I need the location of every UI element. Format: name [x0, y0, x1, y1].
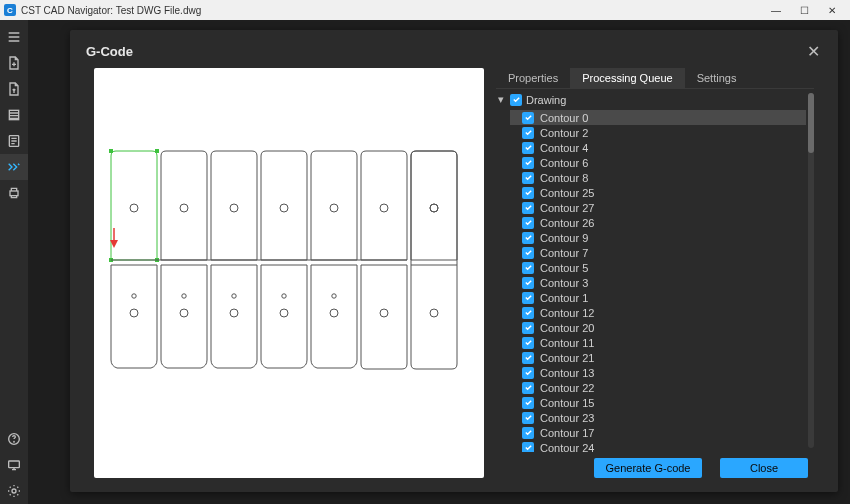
- checkbox[interactable]: [522, 427, 534, 439]
- properties-icon[interactable]: [0, 128, 28, 154]
- tree-item-label: Contour 23: [540, 412, 594, 424]
- print-icon[interactable]: [0, 180, 28, 206]
- checkbox[interactable]: [522, 322, 534, 334]
- right-pane: PropertiesProcessing QueueSettings ▾ Dra…: [496, 68, 814, 478]
- tree-item-label: Contour 3: [540, 277, 588, 289]
- new-file-icon[interactable]: [0, 50, 28, 76]
- checkbox[interactable]: [522, 187, 534, 199]
- tree-item[interactable]: Contour 7: [510, 245, 806, 260]
- svg-point-4: [14, 441, 15, 442]
- tree-item[interactable]: Contour 15: [510, 395, 806, 410]
- tree-item[interactable]: Contour 1: [510, 290, 806, 305]
- svg-point-15: [330, 204, 338, 212]
- checkbox[interactable]: [522, 262, 534, 274]
- checkbox[interactable]: [522, 307, 534, 319]
- checkbox[interactable]: [522, 202, 534, 214]
- window-minimize-button[interactable]: —: [762, 1, 790, 19]
- svg-point-13: [230, 204, 238, 212]
- checkbox[interactable]: [522, 412, 534, 424]
- tree-item-label: Contour 0: [540, 112, 588, 124]
- tree-item[interactable]: Contour 23: [510, 410, 806, 425]
- drawing-canvas: [94, 68, 484, 478]
- tree-item-label: Contour 24: [540, 442, 594, 453]
- checkbox[interactable]: [522, 172, 534, 184]
- tree-item[interactable]: Contour 6: [510, 155, 806, 170]
- tree-item[interactable]: Contour 5: [510, 260, 806, 275]
- window-titlebar: C CST CAD Navigator: Test DWG File.dwg —…: [0, 0, 850, 20]
- tree-item[interactable]: Contour 21: [510, 350, 806, 365]
- tree-item-label: Contour 12: [540, 307, 594, 319]
- checkbox[interactable]: [522, 112, 534, 124]
- tree-item-label: Contour 1: [540, 292, 588, 304]
- tree-item[interactable]: Contour 2: [510, 125, 806, 140]
- window-title: CST CAD Navigator: Test DWG File.dwg: [21, 5, 762, 16]
- tree-item[interactable]: Contour 26: [510, 215, 806, 230]
- tree-item[interactable]: Contour 25: [510, 185, 806, 200]
- checkbox[interactable]: [522, 442, 534, 453]
- checkbox[interactable]: [522, 217, 534, 229]
- tree-item[interactable]: Contour 0: [510, 110, 806, 125]
- checkbox[interactable]: [522, 352, 534, 364]
- dialog-footer: Generate G-code Close: [496, 452, 814, 478]
- open-file-icon[interactable]: [0, 76, 28, 102]
- checkbox[interactable]: [522, 277, 534, 289]
- tree-item-label: Contour 26: [540, 217, 594, 229]
- window-close-button[interactable]: ✕: [818, 1, 846, 19]
- dialog-tabs: PropertiesProcessing QueueSettings: [496, 68, 814, 89]
- checkbox[interactable]: [522, 127, 534, 139]
- checkbox[interactable]: [522, 367, 534, 379]
- checkbox[interactable]: [522, 337, 534, 349]
- tab-processing-queue[interactable]: Processing Queue: [570, 68, 685, 88]
- svg-point-20: [132, 294, 136, 298]
- checkbox[interactable]: [522, 397, 534, 409]
- monitor-icon[interactable]: [0, 452, 28, 478]
- checkbox[interactable]: [510, 94, 522, 106]
- tree-item-label: Contour 27: [540, 202, 594, 214]
- tree-item[interactable]: Contour 9: [510, 230, 806, 245]
- tree-item[interactable]: Contour 17: [510, 425, 806, 440]
- help-icon[interactable]: [0, 426, 28, 452]
- scrollbar[interactable]: [808, 93, 814, 448]
- checkbox[interactable]: [522, 232, 534, 244]
- tree-item-label: Contour 2: [540, 127, 588, 139]
- tree-item-label: Contour 8: [540, 172, 588, 184]
- dialog-title: G-Code: [86, 44, 804, 59]
- scrollbar-thumb[interactable]: [808, 93, 814, 153]
- tree-item-label: Contour 17: [540, 427, 594, 439]
- svg-point-30: [380, 309, 388, 317]
- tree-list: Contour 0Contour 2Contour 4Contour 6Cont…: [496, 110, 806, 452]
- tab-properties[interactable]: Properties: [496, 68, 570, 88]
- generate-gcode-button[interactable]: Generate G-code: [594, 458, 702, 478]
- canvas-preview[interactable]: [94, 68, 484, 478]
- tree-item[interactable]: Contour 22: [510, 380, 806, 395]
- tree-item[interactable]: Contour 4: [510, 140, 806, 155]
- tree-root-label: Drawing: [526, 94, 566, 106]
- svg-point-23: [180, 309, 188, 317]
- svg-rect-5: [9, 461, 20, 468]
- tree-item[interactable]: Contour 11: [510, 335, 806, 350]
- tab-settings[interactable]: Settings: [685, 68, 749, 88]
- app-icon: C: [4, 4, 16, 16]
- tree-item[interactable]: Contour 27: [510, 200, 806, 215]
- tree-item[interactable]: Contour 24: [510, 440, 806, 452]
- tree-item[interactable]: Contour 20: [510, 320, 806, 335]
- menu-icon[interactable]: [0, 24, 28, 50]
- checkbox[interactable]: [522, 142, 534, 154]
- tree-item[interactable]: Contour 13: [510, 365, 806, 380]
- tree-item[interactable]: Contour 3: [510, 275, 806, 290]
- checkbox[interactable]: [522, 292, 534, 304]
- tree-item[interactable]: Contour 8: [510, 170, 806, 185]
- checkbox[interactable]: [522, 382, 534, 394]
- checkbox[interactable]: [522, 157, 534, 169]
- tree-item[interactable]: Contour 12: [510, 305, 806, 320]
- expand-icon[interactable]: ▾: [498, 93, 508, 106]
- checkbox[interactable]: [522, 247, 534, 259]
- dialog-close-button[interactable]: ✕: [804, 42, 822, 60]
- window-maximize-button[interactable]: ☐: [790, 1, 818, 19]
- layers-icon[interactable]: [0, 102, 28, 128]
- gcode-icon[interactable]: [0, 154, 28, 180]
- svg-rect-7: [109, 149, 113, 153]
- tree-root[interactable]: ▾ Drawing: [496, 89, 806, 110]
- close-button[interactable]: Close: [720, 458, 808, 478]
- settings-icon[interactable]: [0, 478, 28, 504]
